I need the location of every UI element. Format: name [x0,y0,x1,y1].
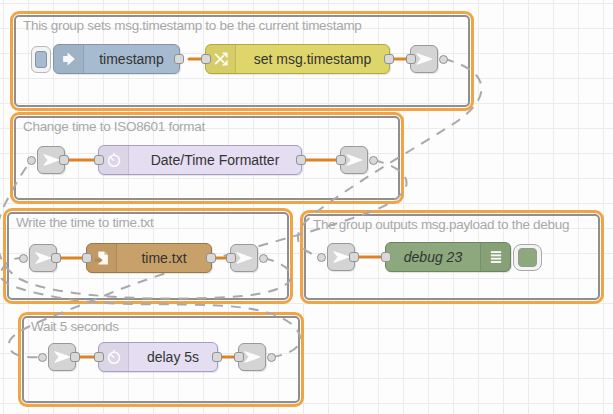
node-label: delay 5s [129,343,217,371]
input-port[interactable] [201,54,211,64]
node-link-in-5[interactable] [48,343,76,371]
output-port[interactable] [212,352,222,362]
flow-canvas[interactable]: This group sets msg.timestamp to be the … [0,0,613,414]
link-in-port[interactable] [38,353,47,362]
input-port[interactable] [336,155,346,165]
link-in-port[interactable] [317,253,326,262]
input-port[interactable] [94,352,104,362]
output-port[interactable] [70,352,80,362]
output-port[interactable] [384,54,394,64]
input-port[interactable] [406,54,416,64]
link-in-port[interactable] [27,156,36,165]
node-label: timestamp [84,45,179,73]
link-in-port[interactable] [19,254,28,263]
node-link-out-3[interactable] [230,244,258,272]
node-link-out-2[interactable] [340,146,368,174]
node-change-set-msg-timestamp[interactable]: set msg.timestamp [205,44,390,74]
debug-sidebar-icon [480,243,510,271]
link-out-port[interactable] [439,55,448,64]
output-port[interactable] [349,252,359,262]
node-label: time.txt [117,244,211,272]
node-delay-5s[interactable]: delay 5s [98,342,218,372]
output-port[interactable] [296,155,306,165]
node-link-in-3[interactable] [29,244,57,272]
output-port[interactable] [174,54,184,64]
debug-toggle-button[interactable] [513,244,542,271]
output-port[interactable] [51,253,61,263]
group-label: The group outputs msg.payload to the deb… [313,217,569,232]
node-link-out-5[interactable] [238,343,266,371]
node-datetime-formatter[interactable]: Date/Time Formatter [98,145,302,175]
group-label: This group sets msg.timestamp to be the … [23,18,362,33]
node-label: debug 23 [386,243,480,271]
inject-button[interactable] [31,46,51,73]
output-port[interactable] [206,253,216,263]
inject-icon [54,45,84,73]
input-port[interactable] [234,352,244,362]
group-label: Write the time to time.txt [16,215,154,230]
input-port[interactable] [82,253,92,263]
node-link-in-4[interactable] [327,243,355,271]
inject-button-pad [35,51,47,68]
link-out-port[interactable] [369,156,378,165]
node-debug-23[interactable]: debug 23 [385,242,511,272]
node-link-in-2[interactable] [37,146,65,174]
group-label: Wait 5 seconds [31,319,119,334]
link-out-port[interactable] [259,254,268,263]
input-port[interactable] [226,253,236,263]
node-label: Date/Time Formatter [129,146,301,174]
node-label: set msg.timestamp [236,45,389,73]
link-out-port[interactable] [267,353,276,362]
group-label: Change time to ISO8601 format [23,119,205,134]
debug-toggle-pad [518,248,537,267]
output-port[interactable] [59,155,69,165]
input-port[interactable] [381,252,391,262]
node-inject-timestamp[interactable]: timestamp [53,44,180,74]
node-link-out-1[interactable] [410,45,438,73]
input-port[interactable] [94,155,104,165]
node-file-time-txt[interactable]: time.txt [86,243,212,273]
